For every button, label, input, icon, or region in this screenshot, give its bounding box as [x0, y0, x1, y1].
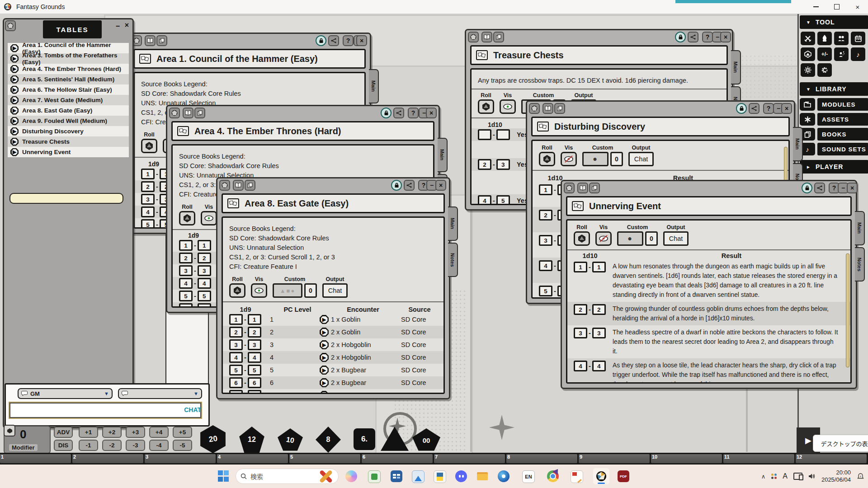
search-box[interactable]: 検索	[236, 469, 339, 484]
custom-dice-strip[interactable]: ●	[582, 152, 609, 166]
range-to-box[interactable]: 6	[248, 377, 261, 388]
range-from-box[interactable]: 4	[574, 361, 587, 371]
window-titlebar[interactable]: ? − ×	[129, 34, 370, 47]
disadvantage-button[interactable]: DIS	[54, 440, 73, 451]
range-to-box[interactable]: 4	[248, 352, 261, 363]
share-icon[interactable]	[688, 32, 698, 42]
combat-tracker-icon[interactable]	[801, 32, 815, 45]
close-button[interactable]: ×	[426, 108, 437, 118]
lock-icon[interactable]	[381, 108, 392, 118]
book-icon[interactable]	[542, 103, 553, 114]
link-arrow-icon[interactable]: ▶	[320, 315, 329, 324]
effects-icon[interactable]	[834, 47, 849, 61]
calculator-icon[interactable]	[391, 470, 402, 482]
chat-target-dropdown[interactable]: ▼	[118, 388, 202, 399]
lock-icon[interactable]	[802, 183, 812, 193]
hotkey-slot[interactable]: 7	[434, 454, 505, 463]
hotkey-slot[interactable]: 1	[0, 454, 71, 463]
help-button[interactable]: ?	[408, 108, 419, 118]
d6-die[interactable]: 6.	[354, 428, 375, 450]
encounter-text[interactable]: 2 x Bugbear	[331, 366, 366, 374]
range-to-box[interactable]: 5	[198, 291, 211, 301]
range-from-box[interactable]: 5	[539, 286, 552, 296]
range-to-box[interactable]: 3	[248, 339, 261, 350]
tab-main[interactable]: Main	[448, 206, 458, 241]
d12-die[interactable]: 12	[239, 427, 265, 453]
lock-icon[interactable]	[675, 32, 686, 42]
plus-modifier-button[interactable]: +3	[126, 427, 145, 438]
book-icon[interactable]	[577, 183, 588, 193]
link-arrow-icon[interactable]: ▶	[10, 75, 19, 84]
tab-main[interactable]: Main	[438, 138, 448, 172]
range-from-box[interactable]: 3	[179, 265, 193, 276]
fantasy-grounds-taskbar-icon[interactable]	[593, 468, 609, 484]
app-minimize-button[interactable]	[806, 0, 826, 14]
minimize-button[interactable]: −	[116, 22, 120, 30]
range-from-box[interactable]: 1	[141, 169, 155, 179]
modifier-box[interactable]: 0 Modifier	[4, 426, 51, 454]
range-from-box[interactable]: 1	[574, 262, 587, 272]
language-indicator[interactable]: EN	[522, 470, 535, 483]
book-icon[interactable]	[183, 108, 193, 118]
range-to-box[interactable]: 7	[248, 390, 261, 394]
torch-icon[interactable]	[817, 32, 832, 45]
book-icon[interactable]	[233, 180, 244, 191]
range-from-box[interactable]: 1	[179, 240, 193, 251]
link-arrow-icon[interactable]: ▶	[10, 55, 19, 63]
options-gear-icon[interactable]	[817, 63, 832, 77]
close-button[interactable]: ×	[435, 180, 446, 191]
hotkey-slot[interactable]: 5	[289, 454, 360, 463]
tray-chevron-icon[interactable]: ∧	[761, 473, 766, 480]
party-sheet-icon[interactable]	[834, 32, 849, 45]
share-icon[interactable]	[749, 103, 760, 114]
link-arrow-icon[interactable]: ▶	[320, 353, 329, 362]
table-list-item[interactable]: ▶ Area 3. Tombs of the Forefathers (Easy…	[8, 53, 129, 64]
custom-modifier-box[interactable]: 0	[610, 152, 623, 166]
hotkey-slot[interactable]: 12	[796, 454, 867, 463]
table-list-item[interactable]: ▶ Treasure Chests	[8, 136, 129, 147]
roll-dice-button[interactable]	[229, 283, 245, 298]
speaker-icon[interactable]	[808, 473, 816, 479]
range-from-box[interactable]: 4	[141, 206, 155, 217]
app-close-button[interactable]: ×	[847, 0, 868, 14]
visibility-toggle-off[interactable]	[595, 231, 612, 246]
hotkey-slot[interactable]: 10	[651, 454, 722, 463]
window-titlebar[interactable]: ? − ×	[217, 178, 449, 192]
range-to-box[interactable]: 1	[248, 314, 261, 325]
network-icon[interactable]	[793, 473, 802, 480]
hotkey-slot[interactable]: 6	[362, 454, 433, 463]
ime-mode-indicator[interactable]: A	[783, 472, 788, 480]
range-from-box[interactable]: 3	[539, 235, 552, 246]
range-from-box[interactable]: 4	[229, 352, 243, 363]
encounter-text[interactable]: 2 x Shamus	[331, 392, 366, 394]
output-chat-button[interactable]: Chat	[663, 231, 689, 246]
file-explorer-icon[interactable]	[476, 470, 488, 482]
custom-dice-strip[interactable]: ●	[617, 231, 643, 246]
minus-modifier-button[interactable]: -3	[126, 440, 145, 451]
table-list-item[interactable]: ▶ Area 7. West Gate (Medium)	[8, 95, 129, 105]
plus-modifier-button[interactable]: +5	[173, 427, 192, 438]
tray-app-icon[interactable]	[771, 474, 777, 479]
app-maximize-button[interactable]	[826, 0, 847, 14]
dice-tower-icon[interactable]	[801, 47, 815, 61]
clock[interactable]: 20:00 2025/06/04	[821, 469, 851, 483]
table-list-item[interactable]: ▶ Area 6. The Hollow Stair (Easy)	[8, 84, 129, 95]
roll-dice-button[interactable]	[141, 139, 157, 153]
minus-modifier-button[interactable]: -5	[173, 440, 192, 451]
custom-modifier-box[interactable]: 0	[645, 231, 658, 246]
copy-icon[interactable]	[245, 180, 255, 191]
range-to-box[interactable]: 3	[496, 159, 510, 170]
link-arrow-icon[interactable]: ▶	[320, 378, 329, 387]
sidebar-item-label[interactable]: SOUND SETS	[817, 143, 868, 155]
range-to-box[interactable]: 6	[198, 303, 211, 308]
roll-dice-button[interactable]	[574, 231, 590, 246]
minus-modifier-button[interactable]: -1	[79, 440, 98, 451]
tables-search-input[interactable]	[9, 193, 123, 204]
window-titlebar[interactable]: ? − ×	[466, 30, 732, 44]
table-list-item[interactable]: ▶ Area 4. The Ember Thrones (Hard)	[8, 64, 129, 74]
range-from-box[interactable]: 1	[229, 314, 243, 325]
plus-modifier-button[interactable]: +4	[149, 427, 169, 438]
lock-icon[interactable]	[736, 103, 747, 114]
table-list-item[interactable]: ▶ Area 5. Sentinels' Hall (Medium)	[8, 74, 129, 84]
notes-app-icon[interactable]	[571, 470, 583, 483]
